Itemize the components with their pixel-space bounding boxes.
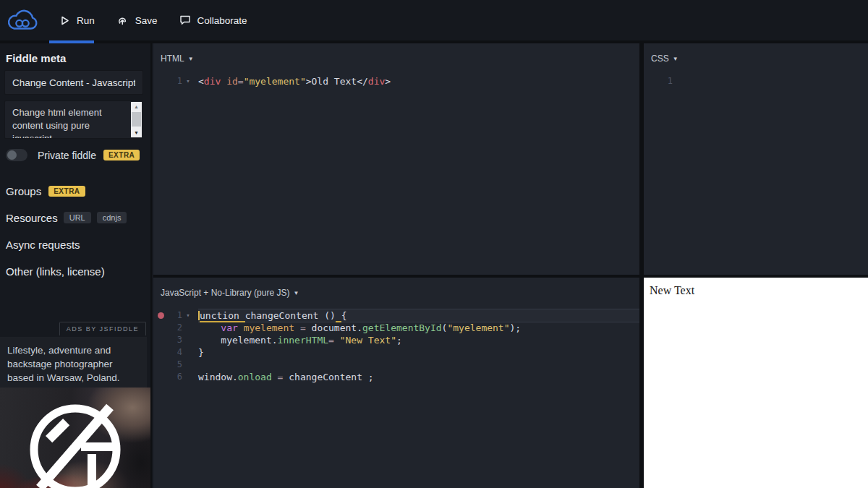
code-text[interactable] [689,75,868,87]
css-editor-panel: CSS▼ 1 [644,43,868,275]
description-scrollbar[interactable]: ▲ ▼ [131,102,142,137]
code-token: innerHTML [278,335,328,346]
photographer-logo-icon [0,388,150,488]
html-panel-header[interactable]: HTML▼ [153,43,639,72]
gutter[interactable]: 1▾ [153,309,198,322]
chevron-down-icon: ▼ [188,56,194,62]
code-token: myelement [221,335,271,346]
breakpoint-slot[interactable] [648,78,655,85]
html-code-editor[interactable]: 1▾<div id="myelement">Old Text</div> [153,72,639,87]
sidebar-item-other[interactable]: Other (links, license) [6,265,145,279]
url-badge[interactable]: URL [64,212,91,223]
code-text[interactable]: var myelement = document.getElementById(… [198,322,639,334]
scroll-up-arrow-icon[interactable]: ▲ [131,102,142,111]
code-line[interactable]: 4} [153,346,639,359]
async-requests-label: Async requests [6,239,80,251]
js-code-editor[interactable]: 1▾unction changeContent () {2 var myelem… [153,307,639,383]
code-token: changeContent [289,372,362,382]
code-token: = [238,76,244,87]
fiddle-description-textarea[interactable]: Change html element content using pure j… [4,100,143,139]
result-output-text: New Text [644,278,868,297]
private-fiddle-toggle[interactable] [6,149,27,161]
code-line[interactable]: 1▾<div id="myelement">Old Text</div> [153,75,639,87]
breakpoint-slot[interactable] [158,337,164,343]
gutter[interactable]: 1▾ [153,75,198,87]
line-number: 6 [164,371,182,383]
code-text[interactable] [198,359,639,371]
code-token: ; [362,372,374,382]
code-line[interactable]: 3 myelement.innerHTML= "New Text"; [153,334,639,346]
code-line[interactable]: 2 var myelement = document.getElementByI… [153,322,639,334]
gutter[interactable]: 2 [153,322,198,334]
code-text[interactable]: window.onload = changeContent ; [198,371,639,383]
gutter[interactable]: 5 [153,359,198,371]
fiddle-title-input[interactable] [4,70,143,95]
extra-badge: EXTRA [48,186,85,197]
sidebar-item-async-requests[interactable]: Async requests [6,239,145,252]
code-line[interactable]: 1▾unction changeContent () { [153,309,639,322]
run-button[interactable]: Run [59,15,95,26]
run-label: Run [77,15,95,26]
breakpoint-slot[interactable] [158,349,164,356]
fold-arrow-icon[interactable]: ▾ [182,309,194,322]
breakpoint-slot[interactable] [158,325,164,331]
play-icon [59,15,70,26]
code-line[interactable]: 5 [153,359,639,371]
sidebar-item-groups[interactable]: GroupsEXTRA [6,185,145,199]
code-token: = [300,322,306,333]
breakpoint-dot[interactable] [158,312,164,319]
other-links-license-label: Other (links, license) [6,265,105,278]
code-line[interactable]: 1 [644,75,868,87]
private-fiddle-row: Private fiddle EXTRA [6,149,140,161]
code-text[interactable]: myelement.innerHTML= "New Text"; [198,334,639,346]
code-token: getElementById [362,322,442,333]
extra-badge: EXTRA [103,150,140,160]
sidebar-item-resources[interactable]: ResourcesURLcdnjs [6,212,145,226]
fold-arrow-icon[interactable]: ▾ [182,75,194,87]
code-token [198,335,221,346]
gutter[interactable]: 3 [153,334,198,346]
code-line[interactable]: 6window.onload = changeContent ; [153,371,639,383]
code-token [221,76,226,87]
save-button[interactable]: Save [116,14,158,26]
line-number: 4 [164,346,182,359]
code-token: changeContent [245,310,319,321]
ad-image[interactable] [0,388,150,488]
code-token: div [368,76,385,87]
gutter[interactable]: 6 [153,371,198,383]
line-number: 1 [164,309,182,322]
code-text[interactable]: } [198,346,639,359]
cdnjs-badge[interactable]: cdnjs [97,212,127,223]
breakpoint-slot[interactable] [158,78,164,85]
code-token: > [385,76,391,87]
code-token: var [221,322,237,333]
code-text[interactable]: <div id="myelement">Old Text</div> [198,75,639,87]
scrollbar-thumb[interactable] [132,112,141,127]
panel-divider-horizontal-left[interactable] [153,275,639,278]
code-token [336,310,341,322]
groups-label: Groups [6,185,41,197]
save-label: Save [135,15,158,26]
js-panel-header[interactable]: JavaScript + No-Library (pure JS)▼ [153,278,639,307]
resources-label: Resources [6,212,58,224]
jsfiddle-app: Run Save Collaborate Fiddle meta C [0,0,868,488]
code-token: } [198,347,204,358]
scroll-down-arrow-icon[interactable]: ▼ [131,128,142,137]
sidebar-links: GroupsEXTRA ResourcesURLcdnjs Async requ… [6,185,145,292]
css-code-editor[interactable]: 1 [644,72,868,87]
code-token [306,322,312,333]
gutter[interactable]: 1 [644,75,689,87]
gutter[interactable]: 4 [153,346,198,359]
collaborate-button[interactable]: Collaborate [179,14,247,26]
breakpoint-slot[interactable] [158,361,164,368]
ad-text[interactable]: Lifestyle, adventure and backstage photo… [0,337,147,388]
css-panel-title: CSS [651,53,669,64]
code-text[interactable]: unction changeContent () { [198,309,639,322]
js-panel-title: JavaScript + No-Library (pure JS) [161,288,289,298]
code-token: "myelement" [447,322,509,333]
js-editor-panel: JavaScript + No-Library (pure JS)▼ 1▾unc… [153,278,639,488]
code-token: myelement [244,322,294,333]
jsfiddle-logo[interactable] [0,5,51,35]
css-panel-header[interactable]: CSS▼ [644,43,868,72]
breakpoint-slot[interactable] [158,374,164,380]
